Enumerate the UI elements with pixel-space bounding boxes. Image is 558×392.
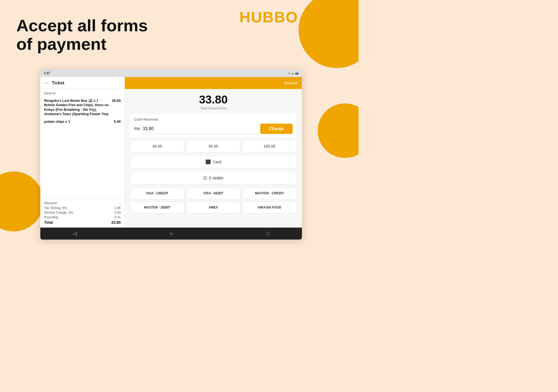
card-icon: ⬛ [205,159,211,164]
dine-in-label: Dine-In [40,89,125,96]
ewallet-payment-button[interactable]: ⊡ E-Wallet [130,171,296,185]
rounding-label: Rounding [44,215,58,219]
tax-label: Tax Testing, 6% [44,206,67,210]
wifi-icon: ▲ [292,72,294,75]
decorative-circle-bottom-left [0,171,44,231]
total-row: Total 33.80 [44,220,121,225]
amount-40-button[interactable]: 40.00 [130,140,184,152]
tax-value: 1.86 [114,206,121,210]
total-amount-section: 33.80 Total Amount Due [130,93,296,110]
payment-body: 33.80 Total Amount Due Cash Received RM … [125,89,302,218]
item-name-2: potato chips x 1 [44,120,114,124]
service-label: Service Charge, 3% [44,211,73,215]
item-price-1: 26.00 [112,99,121,103]
total-label: Total [44,220,53,225]
discount-label: Discount [44,201,57,205]
quick-amounts: 40.00 50.00 100.00 [130,140,296,152]
charge-button[interactable]: Charge [260,124,293,134]
cash-received-section: Cash Received RM Charge [130,114,296,137]
amount-100-button[interactable]: 100.00 [242,140,296,152]
card-label: Card [213,160,221,164]
device-mockup: 1:57 ⊙ ▲ ▮▮ ← Ticket Dine-In Rengoku's L… [40,69,302,240]
headline-line1: Accept all forms [16,16,148,35]
total-amount-label: Total Amount Due [130,106,296,110]
recents-nav-button[interactable] [266,231,269,237]
headline: Accept all forms of payment [16,16,148,53]
status-bar: 1:57 ⊙ ▲ ▮▮ [40,69,302,77]
app-content: ← Ticket Dine-In Rengoku's Last Bento Bo… [40,77,302,228]
left-panel: ← Ticket Dine-In Rengoku's Last Bento Bo… [40,77,125,228]
amex-button[interactable]: AMEX [186,201,240,213]
visa-debit-button[interactable]: VISA - DEBIT [186,187,240,199]
status-time: 1:57 [44,71,50,75]
nav-bar [40,228,302,240]
ticket-title: Ticket [52,81,64,85]
remark-button[interactable]: Remark [284,81,298,85]
airasia-food-button[interactable]: AIRASIA FOOD [242,201,296,213]
total-amount-value: 33.80 [130,93,296,106]
item-price-2: 5.00 [114,120,121,124]
tax-row: Tax Testing, 6% 1.86 [44,206,121,210]
status-icons: ⊙ ▲ ▮▮ [288,72,299,75]
master-credit-button[interactable]: MASTER - CREDIT [242,187,296,199]
cash-input[interactable] [143,124,257,134]
signal-icon: ⊙ [288,72,290,75]
rounding-value: 0.01 [114,215,121,219]
back-nav-button[interactable] [73,231,77,237]
discount-arrow-icon[interactable]: › [119,201,121,205]
service-value: 0.93 [114,211,121,215]
discount-row: Discount › [44,201,121,205]
cash-received-label: Cash Received [134,117,293,121]
battery-icon: ▮▮ [295,72,299,75]
brand-title: HUBBO POS [239,8,337,26]
headline-line2: of payment [16,35,107,53]
currency-label: RM [134,127,140,131]
back-button[interactable]: ← [44,80,49,86]
decorative-circle-right-mid [318,103,359,158]
right-panel: Remark 33.80 Total Amount Due Cash Recei… [125,77,302,228]
visa-credit-button[interactable]: VISA - CREDIT [130,187,184,199]
card-methods: VISA - CREDIT VISA - DEBIT MASTER - CRED… [130,187,296,213]
card-payment-button[interactable]: ⬛ Card [130,155,296,169]
order-summary: Discount › Tax Testing, 6% 1.86 Service … [40,198,125,228]
master-debit-button[interactable]: MASTER - DEBIT [130,201,184,213]
ewallet-label: E-Wallet [209,176,223,180]
rounding-row: Rounding 0.01 [44,215,121,219]
cash-input-row: RM Charge [134,124,293,134]
service-row: Service Charge, 3% 0.93 [44,211,121,215]
ewallet-icon: ⊡ [203,175,207,180]
amount-50-button[interactable]: 50.00 [186,140,240,152]
total-value: 33.80 [111,220,121,225]
right-header: Remark [125,77,302,89]
item-name-1: Rengoku's Last Bento Box 🍱 x 1 British G… [44,99,112,116]
home-nav-button[interactable] [170,231,173,237]
ticket-header: ← Ticket [40,77,125,89]
order-item-1: Rengoku's Last Bento Box 🍱 x 1 British G… [44,99,121,116]
order-item-2: potato chips x 1 5.00 [44,120,121,124]
order-items: Rengoku's Last Bento Box 🍱 x 1 British G… [40,96,125,198]
